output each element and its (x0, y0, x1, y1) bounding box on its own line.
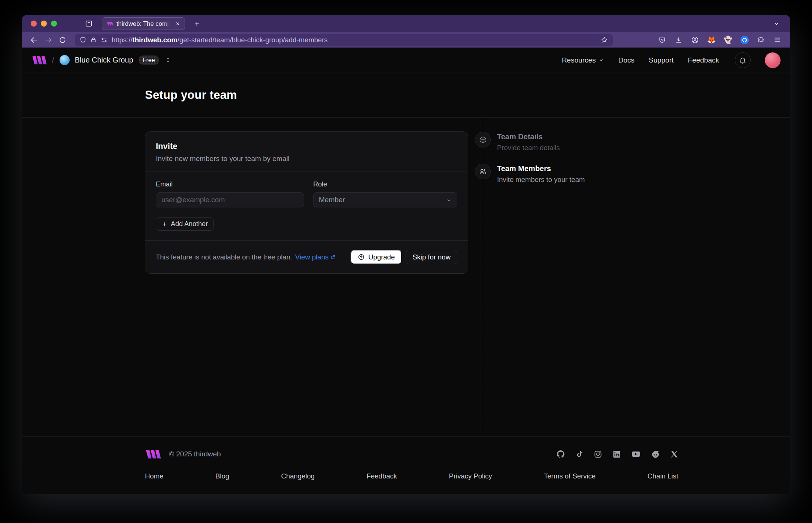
cube-icon (475, 132, 491, 148)
back-button[interactable] (28, 34, 40, 46)
team-name[interactable]: Blue Chick Group (75, 56, 133, 64)
tab-list-chevron-icon (773, 20, 780, 27)
youtube-icon[interactable] (631, 449, 641, 459)
footer-link-home[interactable]: Home (145, 472, 163, 480)
nav-support[interactable]: Support (649, 56, 674, 64)
nav-feedback[interactable]: Feedback (688, 56, 719, 64)
instagram-icon[interactable] (594, 450, 602, 459)
external-link-icon (330, 255, 336, 260)
phantom-extension-button[interactable]: 👻 (721, 34, 735, 46)
metamask-extension-button[interactable]: 🦊 (705, 34, 718, 46)
tab-close-button[interactable] (173, 19, 182, 28)
footer-link-privacy-policy[interactable]: Privacy Policy (449, 472, 492, 480)
invite-card-title: Invite (156, 142, 457, 151)
menu-button[interactable] (770, 34, 784, 46)
metamask-icon: 🦊 (707, 36, 716, 43)
nav-resources[interactable]: Resources (562, 56, 604, 64)
forward-button[interactable] (42, 34, 55, 46)
free-plan-note: This feature is not available on the fre… (156, 253, 292, 261)
zoom-button[interactable] (51, 21, 57, 27)
bookmark-star-button[interactable] (598, 34, 610, 46)
site-footer: © 2025 thirdweb (22, 436, 790, 494)
phantom-icon: 👻 (724, 36, 733, 43)
copyright-text: © 2025 thirdweb (169, 450, 221, 458)
plus-icon (162, 221, 167, 227)
user-avatar[interactable] (765, 52, 781, 68)
plan-badge: Free (139, 55, 159, 65)
thirdweb-site: / Blue Chick Group Free Resources Docs S… (22, 48, 790, 494)
tab-overview-icon (85, 19, 93, 28)
browser-toolbar: https://thirdweb.com/get-started/team/bl… (22, 32, 790, 48)
url-domain: thirdweb.com (133, 36, 178, 44)
email-label: Email (156, 180, 304, 188)
step-description: Provide team details (497, 144, 560, 152)
add-another-label: Add Another (171, 220, 208, 228)
nav-resources-label: Resources (562, 56, 596, 64)
minimize-button[interactable] (41, 21, 47, 27)
step-description: Invite members to your team (497, 176, 585, 184)
browser-tab[interactable]: thirdweb: The complete web3 d (102, 17, 185, 30)
add-another-button[interactable]: Add Another (156, 217, 214, 231)
tab-overview-button[interactable] (82, 17, 95, 30)
pocket-button[interactable] (655, 34, 669, 46)
footer-links: Home Blog Changelog Feedback Privacy Pol… (145, 472, 678, 480)
x-icon[interactable] (670, 450, 678, 458)
window-controls (31, 21, 57, 27)
role-label: Role (313, 180, 457, 188)
main-content: Invite Invite new members to your team b… (22, 118, 790, 436)
step-team-members: Team Members Invite members to your team (475, 164, 585, 184)
footer-link-terms-of-service[interactable]: Terms of Service (544, 472, 596, 480)
new-tab-button[interactable] (190, 17, 203, 30)
upgrade-button[interactable]: Upgrade (351, 250, 402, 264)
nav-docs[interactable]: Docs (618, 56, 634, 64)
footer-link-changelog[interactable]: Changelog (281, 472, 315, 480)
footer-link-blog[interactable]: Blog (215, 472, 229, 480)
thirdweb-footer-logo[interactable] (145, 450, 161, 459)
notifications-button[interactable] (735, 52, 751, 68)
close-button[interactable] (31, 21, 37, 27)
tab-favicon-thirdweb (107, 22, 113, 26)
step-team-details: Team Details Provide team details (475, 132, 585, 152)
thirdweb-logo[interactable] (31, 56, 46, 65)
tab-list-button[interactable] (770, 17, 783, 30)
upgrade-arrow-icon (358, 253, 365, 261)
team-switcher-button[interactable] (164, 57, 172, 64)
url-bar[interactable]: https://thirdweb.com/get-started/team/bl… (75, 34, 613, 46)
toolbar-extensions-area: 🦊 👻 (655, 34, 784, 46)
page-title-section: Setup your team (22, 73, 790, 118)
breadcrumb-separator: / (52, 55, 54, 66)
tracking-shield-icon[interactable] (79, 36, 87, 43)
url-prefix: https:// (112, 36, 133, 44)
download-button[interactable] (672, 34, 685, 46)
upgrade-label: Upgrade (368, 253, 395, 261)
view-plans-link[interactable]: View plans (295, 253, 336, 261)
github-icon[interactable] (556, 450, 565, 459)
password-manager-button[interactable] (737, 34, 751, 46)
linkedin-icon[interactable] (612, 450, 621, 459)
invite-card-subtitle: Invite new members to your team by email (156, 155, 457, 163)
bell-icon (739, 57, 746, 64)
footer-link-feedback[interactable]: Feedback (367, 472, 397, 480)
step-title: Team Members (497, 164, 585, 173)
social-links (556, 449, 678, 459)
skip-for-now-button[interactable]: Skip for now (406, 250, 457, 264)
step-title: Team Details (497, 133, 560, 141)
footer-link-chain-list[interactable]: Chain List (648, 472, 678, 480)
reddit-icon[interactable] (651, 450, 660, 459)
role-select[interactable]: Member (313, 192, 457, 207)
email-field[interactable] (156, 192, 304, 207)
site-header: / Blue Chick Group Free Resources Docs S… (22, 48, 790, 73)
reload-button[interactable] (56, 34, 69, 46)
lock-icon[interactable] (90, 37, 97, 43)
onboarding-stepper: Team Details Provide team details Team M… (475, 132, 585, 184)
account-button[interactable] (688, 34, 702, 46)
team-avatar (60, 55, 70, 65)
tiktok-icon[interactable] (575, 450, 584, 458)
permissions-icon[interactable] (100, 36, 108, 44)
url-text[interactable]: https://thirdweb.com/get-started/team/bl… (112, 36, 598, 44)
page-title: Setup your team (145, 88, 237, 102)
role-selected-value: Member (319, 196, 345, 204)
browser-window: thirdweb: The complete web3 d (22, 15, 790, 494)
extensions-button[interactable] (754, 34, 768, 46)
password-manager-icon (740, 36, 749, 44)
